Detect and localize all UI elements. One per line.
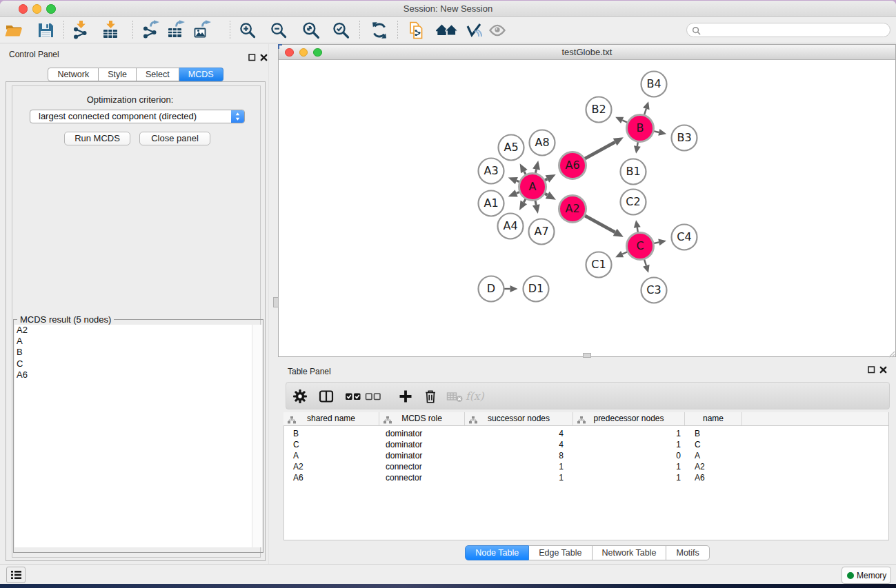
graph-node-A6[interactable]: A6 — [559, 152, 586, 179]
graph-edge-B-B1[interactable] — [634, 141, 641, 154]
column-header-MCDS-role[interactable]: MCDS role — [379, 412, 465, 425]
table-panel-float-icon[interactable] — [868, 364, 876, 372]
graph-edge-B-B2[interactable] — [615, 117, 628, 123]
table-panel-close-icon[interactable] — [879, 364, 888, 372]
zoom-fit-icon[interactable] — [301, 20, 321, 41]
graph-edge-A-A4[interactable] — [519, 199, 527, 210]
graph-node-C4[interactable]: C4 — [672, 225, 697, 250]
show-home-icon[interactable] — [435, 20, 458, 41]
graph-node-A[interactable]: A — [519, 174, 546, 201]
table-row-A6[interactable]: A6connector11A6 — [283, 472, 888, 483]
result-item[interactable]: B — [14, 347, 262, 358]
graph-node-B[interactable]: B — [627, 115, 654, 142]
graph-edge-A-A1[interactable] — [508, 190, 520, 196]
resize-corner-icon[interactable] — [887, 348, 895, 356]
tab-select[interactable]: Select — [137, 68, 179, 81]
splitter-collapse-bottom[interactable] — [583, 353, 591, 358]
splitter-collapse-left[interactable] — [273, 297, 279, 307]
tab-mcds[interactable]: MCDS — [179, 68, 223, 81]
search-input[interactable] — [686, 23, 890, 37]
graph-edge-B-B3[interactable] — [653, 129, 666, 136]
graph-node-A3[interactable]: A3 — [479, 159, 504, 184]
graph-node-A8[interactable]: A8 — [530, 130, 555, 156]
graph-node-D[interactable]: D — [479, 276, 504, 302]
column-header-name[interactable]: name — [685, 412, 742, 425]
tab-style[interactable]: Style — [99, 68, 137, 81]
import-network-icon[interactable] — [71, 20, 90, 41]
graph-edge-A-A2[interactable] — [544, 192, 556, 200]
graph-edge-C-C4[interactable] — [653, 239, 666, 246]
result-item[interactable]: A — [14, 336, 262, 347]
zoom-selected-icon[interactable] — [332, 20, 350, 41]
tab-network[interactable]: Network — [48, 68, 99, 81]
graph-edge-A-A8[interactable] — [532, 161, 540, 174]
graph-edge-B-B4[interactable] — [643, 101, 650, 115]
panel-menu-button[interactable] — [6, 567, 26, 583]
settings-icon[interactable] — [292, 389, 308, 404]
zoom-in-icon[interactable] — [239, 20, 257, 41]
graph-node-A1[interactable]: A1 — [479, 191, 504, 216]
network-graph[interactable]: AA1A2A3A4A5A6A7A8BB1B2B3B4CC1C2C3C4DD1 — [279, 61, 895, 356]
graph-edge-A-A6[interactable] — [544, 174, 556, 183]
table-row-C[interactable]: Cdominator41C — [283, 439, 888, 450]
result-scrollbar[interactable] — [252, 325, 262, 547]
graph-node-C[interactable]: C — [627, 233, 654, 260]
refresh-icon[interactable] — [370, 20, 389, 41]
export-image-icon[interactable] — [192, 20, 214, 41]
delete-columns-icon[interactable] — [424, 389, 439, 404]
result-item[interactable]: A6 — [14, 369, 262, 381]
show-hide-icon[interactable] — [488, 20, 506, 41]
column-header-successor-nodes[interactable]: successor nodes — [465, 412, 573, 425]
graph-edge-D-D1[interactable] — [504, 285, 518, 292]
control-panel-float-icon[interactable] — [248, 52, 257, 60]
graph-node-A7[interactable]: A7 — [529, 219, 555, 245]
tab-node-table[interactable]: Node Table — [465, 545, 529, 560]
memory-button[interactable]: Memory — [842, 567, 891, 584]
graph-edge-A-A5[interactable] — [520, 163, 528, 175]
new-network-from-selection-icon[interactable] — [407, 20, 426, 41]
graph-edge-C-C1[interactable] — [615, 251, 628, 257]
control-panel-close-icon[interactable] — [260, 52, 268, 60]
open-file-icon[interactable] — [4, 20, 23, 41]
graph-edge-A-A7[interactable] — [532, 200, 540, 214]
graph-node-D1[interactable]: D1 — [524, 276, 549, 302]
zoom-out-icon[interactable] — [270, 20, 288, 41]
result-item[interactable]: A2 — [14, 325, 262, 336]
import-table-icon[interactable] — [101, 20, 120, 41]
graph-edge-C-C3[interactable] — [643, 259, 650, 273]
graph-node-A2[interactable]: A2 — [559, 196, 586, 223]
graph-edge-A2-C[interactable] — [584, 215, 624, 236]
tab-network-table[interactable]: Network Table — [593, 545, 667, 560]
graph-node-C3[interactable]: C3 — [641, 278, 667, 303]
table-row-A[interactable]: Adominator80A — [283, 450, 888, 461]
column-header-predecessor-nodes[interactable]: predecessor nodes — [573, 412, 685, 425]
toggle-graphics-details-icon[interactable] — [465, 20, 483, 41]
table-row-A2[interactable]: A2connector11A2 — [283, 461, 888, 472]
graph-edge-A6-B[interactable] — [584, 137, 624, 159]
export-table-icon[interactable] — [166, 20, 188, 41]
create-column-icon[interactable] — [398, 389, 413, 404]
panel-splitter[interactable] — [268, 44, 269, 564]
table-row-B[interactable]: Bdominator41B — [283, 428, 888, 439]
tab-edge-table[interactable]: Edge Table — [529, 545, 592, 560]
export-network-icon[interactable] — [141, 20, 161, 41]
save-session-icon[interactable] — [36, 20, 55, 41]
graph-node-C1[interactable]: C1 — [586, 252, 612, 278]
dropdown-stepper-icon[interactable] — [231, 110, 244, 123]
select-all-columns-icon[interactable] — [345, 389, 361, 404]
graph-edge-C-C2[interactable] — [634, 220, 641, 233]
result-item[interactable]: C — [14, 358, 262, 369]
graph-node-B3[interactable]: B3 — [672, 125, 697, 151]
graph-node-B4[interactable]: B4 — [641, 72, 667, 97]
graph-edge-A-A3[interactable] — [508, 177, 520, 184]
graph-node-A5[interactable]: A5 — [499, 135, 524, 161]
unselect-all-columns-icon[interactable] — [365, 389, 381, 404]
tab-motifs[interactable]: Motifs — [666, 545, 709, 560]
column-header-shared-name[interactable]: shared name — [283, 412, 379, 425]
split-view-icon[interactable] — [319, 389, 334, 404]
graph-node-B2[interactable]: B2 — [586, 97, 612, 123]
graph-node-B1[interactable]: B1 — [621, 159, 646, 185]
run-mcds-button[interactable]: Run MCDS — [64, 132, 130, 145]
graph-node-A4[interactable]: A4 — [498, 214, 524, 239]
criterion-dropdown[interactable]: largest connected component (directed) — [30, 110, 245, 123]
